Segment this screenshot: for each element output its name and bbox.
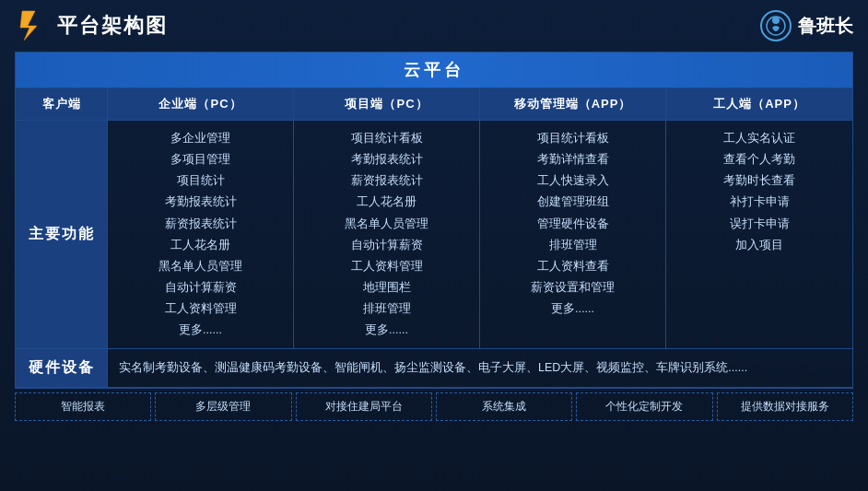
project-content: 项目统计看板考勤报表统计薪资报表统计工人花名册黑名单人员管理自动计算薪资工人资料… xyxy=(294,121,480,348)
mobile-content: 项目统计看板考勤详情查看工人快速录入创建管理班组管理硬件设备排班管理工人资料查看… xyxy=(480,121,666,348)
col-enterprise: 企业端（PC） xyxy=(108,88,294,120)
hardware-content: 实名制考勤设备、测温健康码考勤设备、智能闸机、扬尘监测设备、电子大屏、LED大屏… xyxy=(108,349,852,387)
feature-item: 对接住建局平台 xyxy=(296,392,432,421)
list-item: 查看个人考勤 xyxy=(675,149,843,170)
page-title: 平台架构图 xyxy=(57,12,168,40)
header: 平台架构图 鲁班长 xyxy=(15,9,853,42)
features-row: 智能报表多层级管理对接住建局平台系统集成个性化定制开发提供数据对接服务 xyxy=(15,392,853,421)
list-item: 工人资料查看 xyxy=(489,256,656,277)
logo-icon xyxy=(15,9,48,42)
page: 平台架构图 鲁班长 云平台 客户端 企业端（PC） 项目端（PC） 移动管理端（… xyxy=(0,0,868,491)
list-item: 地理围栏 xyxy=(303,277,470,298)
brand-icon xyxy=(759,9,792,42)
list-item: 工人花名册 xyxy=(117,235,284,256)
list-item: 工人实名认证 xyxy=(675,128,843,149)
list-item: 工人资料管理 xyxy=(117,298,284,320)
list-item: 考勤报表统计 xyxy=(117,192,284,213)
hardware-label: 硬件设备 xyxy=(16,349,108,387)
list-item: 更多...... xyxy=(117,320,284,341)
worker-content: 工人实名认证查看个人考勤考勤时长查看补打卡申请误打卡申请加入项目 xyxy=(666,121,852,348)
col-mobile: 移动管理端（APP） xyxy=(480,88,666,120)
feature-item: 提供数据对接服务 xyxy=(717,392,853,421)
col-client: 客户端 xyxy=(16,88,108,120)
list-item: 薪资设置和管理 xyxy=(489,277,656,298)
list-item: 考勤报表统计 xyxy=(303,149,470,170)
hardware-row: 硬件设备 实名制考勤设备、测温健康码考勤设备、智能闸机、扬尘监测设备、电子大屏、… xyxy=(16,349,852,388)
column-headers: 客户端 企业端（PC） 项目端（PC） 移动管理端（APP） 工人端（APP） xyxy=(16,88,852,121)
list-item: 创建管理班组 xyxy=(489,192,656,213)
list-item: 补打卡申请 xyxy=(675,192,843,213)
brand-logo: 鲁班长 xyxy=(759,9,853,42)
list-item: 自动计算薪资 xyxy=(117,277,284,298)
list-item: 排班管理 xyxy=(489,235,656,256)
list-item: 黑名单人员管理 xyxy=(303,214,470,235)
enterprise-content: 多企业管理多项目管理项目统计考勤报表统计薪资报表统计工人花名册黑名单人员管理自动… xyxy=(108,121,294,348)
list-item: 更多...... xyxy=(303,320,470,341)
list-item: 更多...... xyxy=(489,298,656,320)
list-item: 多企业管理 xyxy=(117,128,284,149)
brand-name: 鲁班长 xyxy=(798,14,853,39)
list-item: 加入项目 xyxy=(675,235,843,256)
main-function-row: 主要功能 多企业管理多项目管理项目统计考勤报表统计薪资报表统计工人花名册黑名单人… xyxy=(16,121,852,349)
list-item: 黑名单人员管理 xyxy=(117,256,284,277)
feature-item: 个性化定制开发 xyxy=(576,392,712,421)
svg-point-3 xyxy=(772,17,780,24)
feature-item: 系统集成 xyxy=(436,392,572,421)
feature-item: 智能报表 xyxy=(15,392,151,421)
main-table-wrapper: 云平台 客户端 企业端（PC） 项目端（PC） 移动管理端（APP） 工人端（A… xyxy=(15,52,853,389)
cloud-header: 云平台 xyxy=(16,53,852,88)
list-item: 排班管理 xyxy=(303,298,470,320)
col-worker: 工人端（APP） xyxy=(666,88,852,120)
list-item: 工人快速录入 xyxy=(489,170,656,192)
list-item: 工人资料管理 xyxy=(303,256,470,277)
list-item: 项目统计 xyxy=(117,170,284,192)
list-item: 项目统计看板 xyxy=(303,128,470,149)
list-item: 自动计算薪资 xyxy=(303,235,470,256)
svg-marker-0 xyxy=(20,11,37,41)
list-item: 考勤时长查看 xyxy=(675,170,843,192)
list-item: 多项目管理 xyxy=(117,149,284,170)
list-item: 薪资报表统计 xyxy=(117,214,284,235)
list-item: 薪资报表统计 xyxy=(303,170,470,192)
list-item: 考勤详情查看 xyxy=(489,149,656,170)
col-project: 项目端（PC） xyxy=(294,88,480,120)
list-item: 误打卡申请 xyxy=(675,214,843,235)
list-item: 项目统计看板 xyxy=(489,128,656,149)
list-item: 管理硬件设备 xyxy=(489,214,656,235)
header-left: 平台架构图 xyxy=(15,9,168,42)
main-function-label: 主要功能 xyxy=(16,121,108,348)
list-item: 工人花名册 xyxy=(303,192,470,213)
feature-item: 多层级管理 xyxy=(155,392,291,421)
